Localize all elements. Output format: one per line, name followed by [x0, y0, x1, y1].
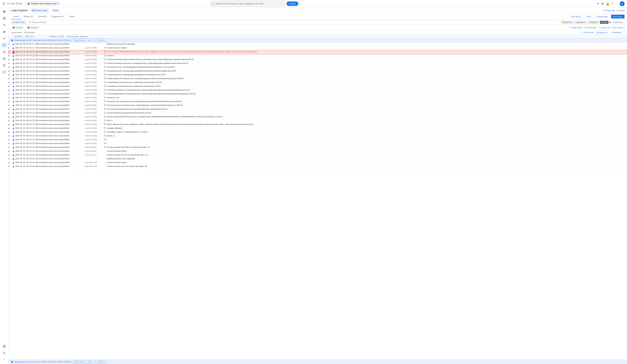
log-row-r32[interactable]: ▶2024-05-03 09:52:24.045ext-firestore-ve… — [8, 161, 627, 165]
log-name-filter-button[interactable]: Log name ▾ — [574, 20, 587, 24]
expand-arrow-r32[interactable]: ▶ — [8, 161, 12, 163]
global-search-input[interactable] — [215, 2, 285, 5]
expand-arrow-r23[interactable]: ▶ — [8, 127, 12, 129]
expand-arrow-r13[interactable]: ▶ — [8, 89, 12, 91]
expand-arrow-r10[interactable]: ▶ — [8, 77, 12, 79]
plus1-filter-chip[interactable]: +1 filter — [600, 21, 609, 24]
expand-arrow-r17[interactable]: ▶ — [8, 104, 12, 106]
log-row-r33[interactable]: ▶2024-05-03 09:52:24.050ext-firestore-ve… — [8, 165, 627, 169]
expand-arrow-r15[interactable]: ▶ — [8, 96, 12, 99]
log-row-r29[interactable]: ▶2024-05-03 09:52:22.916ext-firestore-ve… — [8, 150, 627, 154]
sidebar-item-collapse[interactable] — [1, 357, 7, 363]
download-button[interactable]: Download — [610, 31, 621, 34]
global-search-button[interactable]: Search — [287, 1, 298, 6]
sidebar-item-logs[interactable] — [1, 42, 7, 48]
log-row-r22[interactable]: ▶2024-05-03 09:52:22.805ext-firestore-ve… — [8, 123, 627, 127]
more-options-icon[interactable]: ⋮ — [615, 2, 618, 5]
sidebar-item-dashboard[interactable] — [1, 15, 7, 21]
extend-time-button[interactable]: Extend time by: 1 hour ▾ — [72, 39, 95, 42]
log-row-r3[interactable]: ▶!2024-05-03 09:52:22.805ext-firestore-v… — [8, 50, 627, 54]
time-range-button[interactable]: Last 1 hour — [11, 20, 26, 24]
summary-fields-button[interactable]: Summary fields — [65, 36, 79, 37]
log-row-r4[interactable]: ▶2024-05-03 09:52:22.805ext-firestore-ve… — [8, 54, 627, 58]
bottom-extend-time-button[interactable]: Extend time by: 1 hour ▾ — [72, 360, 95, 364]
log-row-r13[interactable]: ▶2024-05-03 09:52:22.805ext-firestore-ve… — [8, 89, 627, 92]
expand-arrow-r21[interactable]: ▶ — [8, 119, 12, 121]
log-row-r20[interactable]: ▶2024-05-03 09:52:22.805ext-firestore-ve… — [8, 115, 627, 119]
log-row-r19[interactable]: ▶2024-05-03 09:52:22.805ext-firestore-ve… — [8, 111, 627, 115]
jump-to-now-button[interactable]: Jump to now — [598, 27, 611, 29]
log-row-r2[interactable]: ▶2024-05-03 09:52:17.394ext-firestore-ve… — [8, 47, 627, 50]
expand-arrow-r18[interactable]: ▶ — [8, 108, 12, 110]
notifications-icon[interactable]: 🔔 — [606, 2, 609, 5]
log-row-r7[interactable]: ▶2024-05-03 09:52:22.805ext-firestore-ve… — [8, 66, 627, 69]
log-row-r17[interactable]: ▶2024-05-03 09:52:22.805ext-firestore-ve… — [8, 104, 627, 108]
expand-arrow-r22[interactable]: ▶ — [8, 123, 12, 125]
severity-filter-button[interactable]: Severity ▾ — [588, 20, 599, 24]
hamburger-icon[interactable]: ☰ — [2, 2, 5, 5]
log-row-r12[interactable]: ▶2024-05-03 09:52:22.805ext-firestore-ve… — [8, 85, 627, 89]
expand-arrow-r20[interactable]: ▶ — [8, 115, 12, 118]
histogram-toggle[interactable]: Histogram — [26, 26, 40, 29]
tab-suggested[interactable]: Suggested (2) — [49, 14, 66, 19]
sidebar-item-home[interactable] — [1, 8, 7, 15]
correlate-by-button[interactable]: Correlate by ▾ — [595, 31, 609, 34]
expand-arrow-r8[interactable]: ▶ — [8, 70, 12, 72]
log-row-r8[interactable]: ▶2024-05-03 09:52:22.805ext-firestore-ve… — [8, 69, 627, 73]
user-avatar[interactable]: U — [620, 1, 625, 6]
expand-arrow-r1[interactable]: ▶ — [8, 43, 12, 45]
log-row-r26[interactable]: ▶2024-05-03 09:52:22.805ext-firestore-ve… — [8, 138, 627, 142]
log-row-r16[interactable]: ▶2024-05-03 09:52:22.805ext-firestore-ve… — [8, 100, 627, 104]
expand-arrow-r5[interactable]: ▶ — [8, 58, 12, 60]
project-selector[interactable]: Firestore Vector Search Lab ▾ — [25, 1, 60, 6]
customize-icon[interactable]: ✦ — [597, 2, 599, 5]
search-all-fields-input[interactable] — [32, 21, 558, 23]
help-icon[interactable]: ? — [611, 2, 613, 5]
expand-arrow-r29[interactable]: ▶ — [8, 150, 12, 152]
expand-arrow-r25[interactable]: ▶ — [8, 135, 12, 137]
log-row-r30[interactable]: ▶2024-05-03 09:52:22.933ext-firestore-ve… — [8, 154, 627, 157]
log-row-r18[interactable]: ▶2024-05-03 09:52:22.805ext-firestore-ve… — [8, 108, 627, 111]
sidebar-item-activity[interactable] — [1, 35, 7, 42]
tab-library[interactable]: Library — [66, 14, 77, 19]
log-row-r27[interactable]: ▶2024-05-03 09:52:22.805ext-firestore-ve… — [8, 142, 627, 146]
expand-arrow-r19[interactable]: ▶ — [8, 112, 12, 114]
expand-arrow-r2[interactable]: ▶ — [8, 47, 12, 49]
sidebar-item-trace[interactable] — [1, 55, 7, 62]
log-row-r24[interactable]: ▶2024-05-03 09:52:22.805ext-firestore-ve… — [8, 131, 627, 134]
tab-saved[interactable]: Saved (0) — [35, 14, 49, 19]
log-row-r23[interactable]: ▶2024-05-03 09:52:22.805ext-firestore-ve… — [8, 127, 627, 131]
sidebar-item-debug[interactable] — [1, 62, 7, 68]
expand-arrow-r3[interactable]: ▶ — [9, 51, 12, 53]
find-results-button[interactable]: Find results — [582, 31, 594, 34]
sidebar-item-settings[interactable] — [1, 343, 7, 349]
expand-arrow-r9[interactable]: ▶ — [8, 73, 12, 76]
expand-arrow-r30[interactable]: ▶ — [8, 154, 12, 156]
expand-arrow-r33[interactable]: ▶ — [8, 165, 12, 167]
show-query-button[interactable]: Show query — [612, 20, 625, 24]
sidebar-item-metrics[interactable] — [1, 29, 7, 35]
more-actions-button[interactable]: More actions ▾ — [613, 27, 625, 29]
share-link-button[interactable]: Share link — [603, 9, 615, 12]
filter-circle-icon[interactable]: ● — [609, 20, 611, 24]
expand-arrow-r11[interactable]: ▶ — [8, 81, 12, 83]
expand-arrow-r27[interactable]: ▶ — [8, 142, 12, 144]
time-column-header[interactable]: TIME CEST ↑ ↓ — [25, 36, 49, 37]
expand-button[interactable]: ⛶ — [622, 31, 625, 34]
log-fields-toggle[interactable]: Log fields — [11, 26, 25, 29]
expand-arrow-r14[interactable]: ▶ — [8, 93, 12, 95]
wrap-lines-button[interactable]: Wrap lines — [80, 36, 88, 37]
log-row-r25[interactable]: ▶2024-05-03 09:52:22.805ext-firestore-ve… — [8, 134, 627, 138]
sidebar-item-user[interactable] — [1, 350, 7, 356]
bottom-edit-time-button[interactable]: Edit time — [96, 360, 106, 364]
expand-arrow-r28[interactable]: ▶ — [8, 146, 12, 148]
log-row-r14[interactable]: ▶2024-05-03 09:52:22.805ext-firestore-ve… — [8, 92, 627, 96]
stream-logs-button[interactable]: Stream logs — [595, 14, 610, 19]
log-row-r21[interactable]: ▶2024-05-03 09:52:22.805ext-firestore-ve… — [8, 119, 627, 123]
save-button[interactable]: Save — [584, 14, 594, 19]
sidebar-item-profiler[interactable] — [1, 69, 7, 75]
tab-query[interactable]: Query — [11, 14, 21, 19]
tab-recent[interactable]: Recent (1) — [21, 14, 35, 19]
refine-scope-button[interactable]: Refine scope — [30, 8, 49, 12]
log-row-r6[interactable]: ▶2024-05-03 09:52:22.805ext-firestore-ve… — [8, 62, 627, 66]
